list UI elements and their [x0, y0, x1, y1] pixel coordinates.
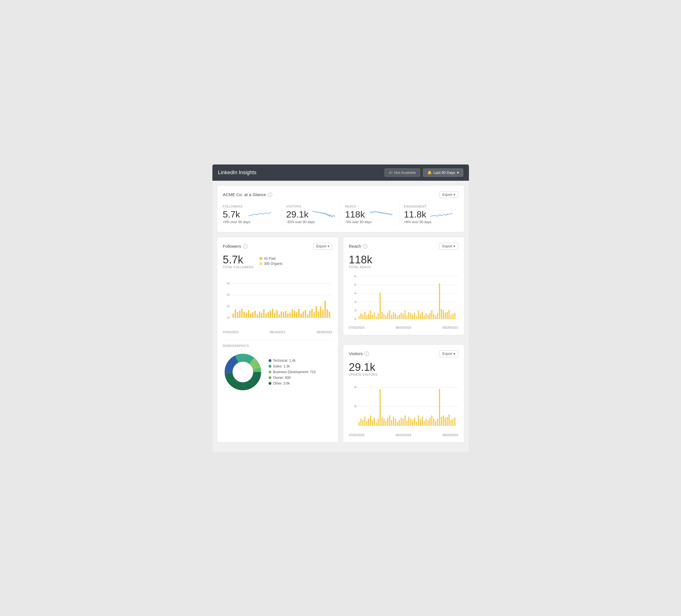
header-actions: 🏷 Not Available 🔔 Last 90 Days ▾ [384, 169, 463, 177]
svg-rect-111 [435, 315, 436, 319]
svg-rect-34 [289, 313, 291, 318]
svg-rect-119 [450, 315, 452, 319]
svg-rect-175 [450, 420, 452, 426]
glance-export-button[interactable]: Export ▾ [439, 191, 458, 198]
reach-sub-label: TOTAL REACH [349, 266, 458, 269]
svg-text:1k: 1k [354, 317, 357, 320]
visitors-chart-dates: 07/02/2015 08/16/2015 09/29/2015 [349, 433, 458, 437]
svg-rect-19 [256, 314, 258, 318]
svg-rect-101 [416, 316, 417, 319]
svg-rect-159 [420, 418, 421, 426]
svg-text:30: 30 [227, 293, 230, 296]
svg-rect-45 [313, 312, 315, 318]
svg-rect-71 [358, 316, 359, 319]
followers-big-number: 5.7k [223, 254, 254, 265]
followers-export-button[interactable]: Export ▾ [313, 243, 332, 250]
svg-rect-24 [268, 312, 269, 318]
svg-rect-47 [318, 312, 319, 318]
svg-rect-28 [276, 310, 278, 318]
svg-rect-107 [427, 315, 428, 319]
svg-rect-165 [431, 415, 432, 426]
followers-card-title: Followers i [223, 244, 247, 249]
svg-rect-133 [370, 415, 371, 426]
stat-engagement: ENGAGEMENT 11.8k +8% over 90 days [399, 203, 458, 226]
svg-rect-94 [403, 314, 404, 319]
svg-rect-155 [412, 420, 413, 426]
reach-bar-chart: 6k 5k 4k 3k 2k 1k [349, 273, 458, 325]
svg-rect-163 [427, 420, 428, 426]
svg-rect-88 [391, 315, 392, 319]
svg-rect-91 [397, 316, 398, 319]
svg-rect-145 [393, 417, 394, 426]
visitors-value: 29.1k [286, 210, 308, 219]
svg-rect-110 [433, 314, 434, 319]
chevron-down-icon: ▾ [457, 171, 459, 175]
visitors-sub-label: UPDATE VISITORS [349, 373, 458, 376]
svg-rect-169 [439, 389, 440, 426]
visitors-export-button[interactable]: Export ▾ [439, 350, 458, 357]
svg-rect-97 [408, 312, 409, 319]
svg-rect-132 [368, 418, 369, 426]
chevron-down-icon: ▾ [454, 244, 455, 248]
reach-value: 118k [345, 210, 365, 219]
svg-rect-41 [305, 310, 306, 318]
followers-info-icon[interactable]: i [243, 244, 247, 249]
svg-rect-166 [433, 418, 434, 426]
followers-value: 5.7k [223, 210, 240, 219]
followers-bar-chart: 40 30 20 10 [223, 278, 332, 329]
demo-technical: Technical: 1.4k [269, 359, 316, 363]
svg-rect-26 [272, 309, 273, 318]
svg-rect-8 [232, 313, 234, 318]
svg-rect-21 [261, 313, 262, 318]
dashboard-container: LinkedIn Insights 🏷 Not Available 🔔 Last… [212, 164, 469, 452]
svg-rect-141 [385, 421, 386, 426]
svg-rect-76 [368, 314, 369, 319]
svg-rect-81 [377, 313, 379, 319]
engagement-value: 11.8k [404, 210, 426, 219]
svg-rect-9 [235, 309, 236, 318]
reach-info-icon[interactable]: i [363, 244, 368, 249]
not-available-button[interactable]: 🏷 Not Available [384, 169, 420, 177]
visitors-info-icon[interactable]: i [364, 352, 369, 356]
svg-rect-72 [360, 313, 361, 319]
svg-rect-148 [399, 420, 400, 426]
svg-rect-33 [287, 313, 288, 318]
header-bar: LinkedIn Insights 🏷 Not Available 🔔 Last… [212, 164, 469, 181]
svg-rect-13 [244, 312, 245, 318]
reach-card: Reach i Export ▾ 118k TOTAL REACH [343, 237, 464, 335]
visitors-bar-chart: 4k 2k [349, 381, 458, 432]
demographics-donut-chart [223, 352, 263, 392]
svg-rect-102 [418, 310, 419, 319]
svg-text:2k: 2k [354, 405, 356, 408]
svg-rect-15 [248, 310, 249, 318]
followers-sparkline [243, 210, 277, 219]
svg-point-58 [233, 362, 253, 382]
svg-rect-103 [420, 314, 421, 319]
demographics-legend: Technical: 1.4k Sales: 1.3k Business Dev… [269, 359, 316, 385]
visitors-change: -35% over 90 days [286, 220, 336, 224]
svg-rect-22 [263, 309, 264, 318]
svg-rect-173 [446, 417, 448, 426]
svg-rect-108 [429, 313, 430, 319]
svg-rect-99 [412, 315, 413, 319]
svg-rect-121 [454, 313, 455, 319]
chevron-down-icon: ▾ [328, 244, 329, 248]
engagement-sparkline [429, 210, 454, 219]
svg-rect-130 [364, 417, 365, 426]
visitors-big-number: 29.1k [349, 362, 458, 373]
glance-info-icon[interactable]: i [268, 192, 272, 197]
two-col-layout: Followers i Export ▾ 5.7k TOTAL FOLLOWER… [217, 237, 464, 447]
svg-rect-39 [300, 313, 302, 318]
visitors-sparkline [311, 210, 335, 219]
svg-rect-95 [404, 310, 405, 319]
svg-rect-134 [372, 420, 373, 426]
date-range-button[interactable]: 🔔 Last 90 Days ▾ [423, 169, 463, 177]
svg-rect-104 [422, 312, 423, 319]
svg-rect-92 [399, 315, 400, 319]
svg-rect-170 [441, 417, 442, 426]
glance-card: ACME Co. at a Glance i Export ▾ FOLLOWER… [217, 185, 464, 232]
engagement-change: +8% over 90 days [404, 220, 454, 224]
reach-card-title: Reach i [349, 244, 368, 249]
reach-export-button[interactable]: Export ▾ [439, 243, 458, 250]
svg-rect-79 [374, 313, 375, 319]
